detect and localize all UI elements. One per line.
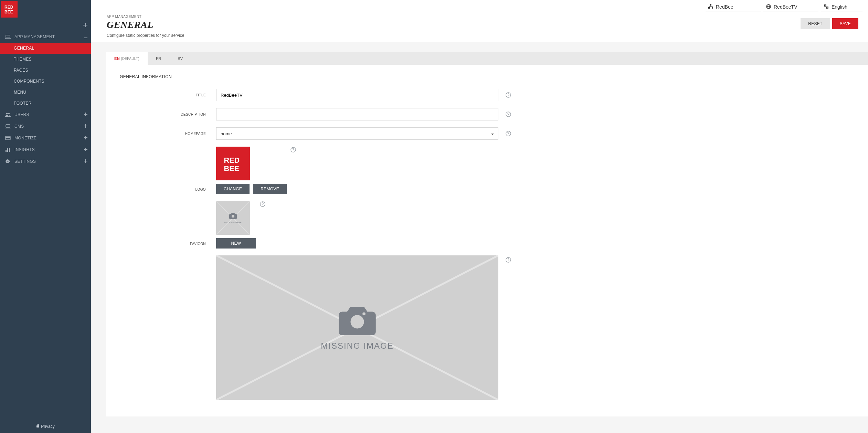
sidebar-sub-pages[interactable]: PAGES bbox=[0, 65, 91, 76]
sidebar-sub-menu[interactable]: MENU bbox=[0, 87, 91, 98]
help-icon[interactable] bbox=[505, 257, 511, 263]
sidebar-privacy[interactable]: Privacy bbox=[0, 420, 91, 433]
sidebar-sub-general[interactable]: GENERAL bbox=[0, 43, 91, 54]
privacy-label: Privacy bbox=[41, 424, 54, 429]
sidebar-sub-components[interactable]: COMPONENTS bbox=[0, 76, 91, 87]
nav-label: APP MANAGEMENT bbox=[14, 34, 55, 39]
plus-icon bbox=[84, 147, 87, 152]
plus-icon bbox=[84, 124, 87, 129]
users-icon bbox=[5, 113, 11, 117]
title-label: TITLE bbox=[120, 93, 209, 97]
svg-rect-3 bbox=[84, 38, 87, 38]
reset-button[interactable]: RESET bbox=[801, 18, 830, 29]
svg-rect-14 bbox=[712, 7, 713, 9]
sidebar-item-insights[interactable]: INSIGHTS bbox=[0, 144, 91, 156]
nav-label: MONETIZE bbox=[14, 136, 36, 140]
homepage-value: home bbox=[221, 131, 232, 136]
plus-icon bbox=[84, 112, 87, 117]
background-preview: MISSING IMAGE bbox=[216, 255, 498, 400]
plus-icon bbox=[84, 159, 87, 164]
tab-fr[interactable]: FR bbox=[148, 52, 169, 65]
translate-icon: A文 bbox=[824, 4, 829, 10]
description-label: DESCRIPTION bbox=[120, 113, 209, 116]
missing-image-label: MISSING IMAGE bbox=[321, 341, 393, 351]
caret-down-icon bbox=[491, 131, 494, 136]
page-description: Configure static properties for your ser… bbox=[107, 33, 184, 38]
svg-rect-12 bbox=[710, 4, 711, 6]
sidebar-sub-app-management: GENERAL THEMES PAGES COMPONENTS MENU FOO… bbox=[0, 43, 91, 109]
homepage-select[interactable]: home bbox=[216, 127, 498, 140]
nav-label: CMS bbox=[14, 124, 24, 129]
svg-text:RED: RED bbox=[4, 5, 13, 10]
sidebar-item-users[interactable]: USERS bbox=[0, 109, 91, 120]
description-input[interactable] bbox=[216, 108, 498, 120]
svg-rect-13 bbox=[708, 7, 710, 9]
gear-icon bbox=[5, 159, 11, 164]
help-icon[interactable] bbox=[505, 130, 511, 137]
lock-icon bbox=[36, 424, 40, 429]
minus-icon bbox=[84, 34, 87, 39]
tab-en[interactable]: EN (DEFAULT) bbox=[106, 52, 148, 65]
change-logo-button[interactable]: CHANGE bbox=[216, 184, 250, 194]
new-favicon-button[interactable]: NEW bbox=[216, 238, 256, 249]
svg-rect-9 bbox=[7, 148, 8, 152]
favicon-preview: MISSING IMAGE bbox=[216, 201, 250, 235]
camera-icon bbox=[229, 213, 237, 220]
svg-text:BEE: BEE bbox=[4, 10, 13, 14]
missing-image-label: MISSING IMAGE bbox=[224, 221, 242, 223]
brand-logo[interactable]: REDBEE bbox=[1, 1, 18, 18]
laptop-icon bbox=[5, 124, 11, 128]
sidebar-item-cms[interactable]: CMS bbox=[0, 120, 91, 132]
main-content: RedBee RedBeeTV A文 English APP MANAGEMEN… bbox=[91, 0, 868, 433]
svg-point-27 bbox=[350, 315, 364, 328]
topbar: RedBee RedBeeTV A文 English bbox=[91, 0, 868, 13]
svg-text:A: A bbox=[825, 5, 826, 7]
svg-point-28 bbox=[362, 312, 366, 315]
page-title: GENERAL bbox=[107, 19, 184, 30]
help-icon[interactable] bbox=[505, 111, 511, 117]
svg-rect-7 bbox=[6, 136, 10, 140]
nav-label: USERS bbox=[14, 112, 29, 117]
homepage-label: HOMEPAGE bbox=[120, 132, 209, 136]
logo-preview: REDBEE bbox=[216, 147, 250, 180]
remove-logo-button[interactable]: REMOVE bbox=[253, 184, 287, 194]
org-label: RedBee bbox=[716, 4, 733, 10]
org-selector[interactable]: RedBee bbox=[706, 3, 761, 11]
card-icon bbox=[5, 136, 11, 140]
plus-icon bbox=[84, 136, 87, 140]
tab-en-code: EN bbox=[114, 56, 120, 61]
product-label: RedBeeTV bbox=[774, 4, 797, 10]
plus-icon bbox=[83, 23, 87, 28]
camera-icon bbox=[338, 305, 376, 336]
globe-icon bbox=[766, 4, 772, 10]
sidebar-item-app-management[interactable]: APP MANAGEMENT bbox=[0, 31, 91, 43]
svg-text:BEE: BEE bbox=[224, 164, 239, 173]
help-icon[interactable] bbox=[290, 147, 296, 153]
sidebar-sub-footer[interactable]: FOOTER bbox=[0, 98, 91, 109]
language-tabs: EN (DEFAULT) FR SV bbox=[106, 52, 868, 65]
sidebar-top-add[interactable] bbox=[0, 18, 91, 31]
sidebar-item-settings[interactable]: SETTINGS bbox=[0, 156, 91, 167]
language-selector[interactable]: A文 English bbox=[821, 3, 862, 11]
svg-point-4 bbox=[6, 113, 8, 115]
chart-icon bbox=[5, 148, 11, 152]
sidebar: REDBEE APP MANAGEMENT GENERAL THEMES PAG… bbox=[0, 0, 91, 433]
sidebar-item-monetize[interactable]: MONETIZE bbox=[0, 132, 91, 144]
form-panel: GENERAL INFORMATION TITLE DESCRIPTION HO… bbox=[106, 65, 868, 416]
svg-rect-8 bbox=[6, 150, 7, 152]
page-header: APP MANAGEMENT GENERAL Configure static … bbox=[91, 13, 868, 42]
section-title: GENERAL INFORMATION bbox=[120, 74, 854, 79]
sidebar-sub-themes[interactable]: THEMES bbox=[0, 54, 91, 65]
help-icon[interactable] bbox=[505, 92, 511, 98]
save-button[interactable]: SAVE bbox=[832, 18, 858, 29]
tab-en-default: (DEFAULT) bbox=[121, 57, 139, 61]
logo-label: LOGO bbox=[120, 188, 209, 194]
laptop-icon bbox=[5, 35, 11, 39]
sitemap-icon bbox=[708, 4, 714, 10]
tab-sv[interactable]: SV bbox=[169, 52, 191, 65]
help-icon[interactable] bbox=[260, 201, 266, 207]
svg-rect-10 bbox=[9, 148, 10, 152]
product-selector[interactable]: RedBeeTV bbox=[763, 3, 818, 11]
favicon-label: FAVICON bbox=[120, 242, 209, 249]
title-input[interactable] bbox=[216, 89, 498, 101]
